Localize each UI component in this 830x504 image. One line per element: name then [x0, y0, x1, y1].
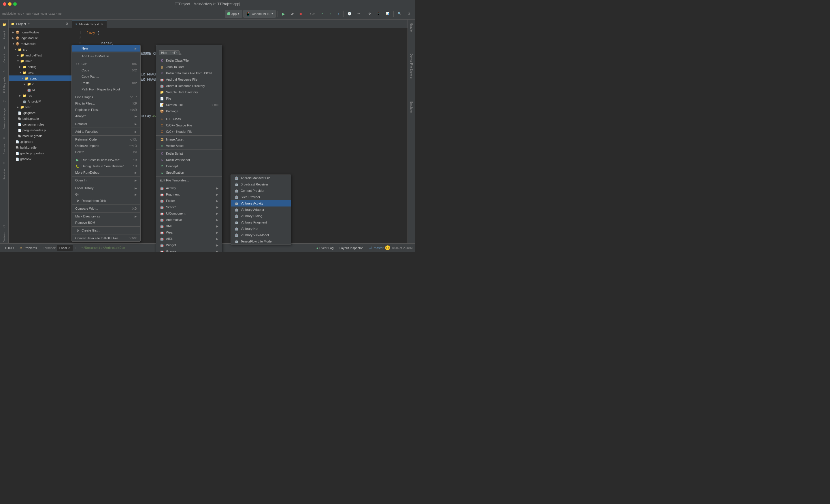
git-commit[interactable]: ✓	[319, 10, 326, 18]
ctx-git[interactable]: Git ▶	[72, 191, 140, 198]
ctx-path-from-repo[interactable]: Path From Repository Root	[72, 86, 140, 93]
ctx-sep	[72, 226, 140, 227]
vlibrary-dialog[interactable]: 🤖 VLibrary Dialog	[231, 213, 291, 219]
ctx-sep	[72, 93, 140, 93]
minimize-button[interactable]	[8, 2, 11, 6]
close-button[interactable]	[3, 2, 6, 6]
app-selector[interactable]: app ▾	[225, 10, 242, 18]
sdk-manager[interactable]: ⚙	[366, 10, 373, 18]
new-service[interactable]: 🤖 Service ▶	[156, 204, 222, 210]
new-kotlin-worksheet[interactable]: K Kotlin Worksheet	[156, 157, 222, 163]
tensorflow-lite-model[interactable]: 🤖 TensorFlow Lite Model	[231, 238, 291, 244]
new-cpp-class[interactable]: C C++ Class	[156, 116, 222, 122]
window-title: TTProject – MainActivity.kt [TTProject.a…	[175, 2, 241, 6]
ctx-run-tests[interactable]: ▶ Run 'Tests in 'com.zlzw.me'' ⌃R	[72, 157, 140, 163]
new-edit-file-templates[interactable]: Edit File Templates...	[156, 177, 222, 183]
ctx-add-cpp[interactable]: Add C++ to Module	[72, 53, 140, 59]
new-kotlin-script[interactable]: K Kotlin Script	[156, 150, 222, 157]
android-manifest-file[interactable]: 🤖 Android Manifest File	[231, 175, 291, 181]
ctx-convert-java[interactable]: Convert Java File to Kotlin File ⌥⌘K	[72, 235, 140, 241]
broadcast-receiver[interactable]: 🤖 Broadcast Receiver	[231, 181, 291, 188]
ctx-sep	[156, 135, 222, 136]
vlibrary-activity[interactable]: 🤖 VLibrary Activity	[231, 200, 291, 206]
new-specification[interactable]: ⊙ Specification	[156, 169, 222, 176]
new-cpp-header[interactable]: C C/C++ Header File	[156, 129, 222, 135]
context-menu: New ▶ Add C++ to Module ✂Cut ⌘X Copy ⌘C …	[71, 45, 141, 242]
ctx-paste[interactable]: Paste ⌘V	[72, 80, 140, 86]
history-button[interactable]: 🕐	[345, 10, 354, 18]
ctx-reformat[interactable]: Reformat Code ⌥⌘L	[72, 136, 140, 142]
vlibrary-adapter[interactable]: 🤖 VLibrary Adapter	[231, 206, 291, 213]
settings-button[interactable]: ⚙	[405, 10, 413, 18]
run-button[interactable]: ▶	[280, 10, 287, 18]
new-json-dart[interactable]: {} Json To Dart	[156, 64, 222, 70]
vlibrary-net[interactable]: 🤖 VLibrary Net	[231, 226, 291, 232]
new-package[interactable]: 📦 Package	[156, 108, 222, 114]
ctx-replace-in-files[interactable]: Replace in Files... ⇧⌘R	[72, 107, 140, 113]
new-image-asset[interactable]: 🖼 Image Asset	[156, 136, 222, 142]
ctx-find-in-files[interactable]: Find in Files... ⌘F	[72, 100, 140, 107]
device-selector[interactable]: 📱 Xiaomi Mi 10 ▾	[243, 10, 276, 18]
new-kotlin-class[interactable]: K Kotlin Class/File	[156, 57, 222, 64]
maximize-button[interactable]	[13, 2, 17, 6]
new-android-resource-file[interactable]: 🤖 Android Resource File	[156, 76, 222, 83]
new-file[interactable]: 📄 File	[156, 95, 222, 102]
ctx-delete[interactable]: Delete... ⌫	[72, 149, 140, 155]
ctx-open-in[interactable]: Open In ▶	[72, 177, 140, 183]
new-automotive[interactable]: 🤖 Automotive ▶	[156, 216, 222, 223]
new-google[interactable]: 🤖 Google ▶	[156, 248, 222, 252]
new-fragment[interactable]: 🤖 Fragment ▶	[156, 191, 222, 198]
ctx-optimize-imports[interactable]: Optimize Imports ⌃⌥O	[72, 142, 140, 149]
ctx-remove-bom[interactable]: Remove BOM	[72, 220, 140, 226]
ctx-local-history[interactable]: Local History ▶	[72, 185, 140, 191]
new-aidl[interactable]: 🤖 AIDL ▶	[156, 236, 222, 242]
ctx-more-run[interactable]: More Run/Debug ▶	[72, 169, 140, 176]
new-activity[interactable]: 🤖 Activity ▶	[156, 185, 222, 191]
git-update[interactable]: ↑	[336, 10, 342, 18]
ctx-sep	[156, 149, 222, 150]
new-android-resource-dir[interactable]: 🤖 Android Resource Directory	[156, 83, 222, 89]
content-provider[interactable]: 🤖 Content Provider	[231, 188, 291, 194]
ctx-debug-tests[interactable]: 🐛 Debug 'Tests in 'com.zlzw.me'' ⌃D	[72, 163, 140, 169]
ctx-cut[interactable]: ✂Cut ⌘X	[72, 61, 140, 67]
ctx-reload-disk[interactable]: ↻ Reload from Disk	[72, 198, 140, 204]
ctx-compare[interactable]: Compare With... ⌘D	[72, 205, 140, 212]
git-label: Git:	[308, 10, 317, 18]
ctx-refactor[interactable]: Refactor ▶	[72, 121, 140, 127]
undo-button[interactable]: ↩	[355, 10, 362, 18]
search-everywhere[interactable]: 🔍	[395, 10, 404, 18]
new-ui-component[interactable]: 🤖 UiComponent ▶	[156, 210, 222, 216]
new-kotlin-data[interactable]: K Kotlin data class File from JSON	[156, 70, 222, 76]
ctx-analyze[interactable]: Analyze ▶	[72, 113, 140, 119]
traffic-lights	[3, 2, 17, 6]
new-scratch-file[interactable]: 📝 Scratch File ⇧⌘N	[156, 102, 222, 108]
vlibrary-fragment[interactable]: 🤖 VLibrary Fragment	[231, 219, 291, 226]
ctx-copy[interactable]: Copy ⌘C	[72, 67, 140, 73]
stop-button[interactable]: ■	[297, 10, 304, 18]
new-concept[interactable]: ⊙ Concept	[156, 163, 222, 169]
ctx-find-usages[interactable]: Find Usages ⌥F7	[72, 94, 140, 100]
new-wear[interactable]: 🤖 Wear ▶	[156, 229, 222, 236]
new-vector-asset[interactable]: ◇ Vector Asset	[156, 142, 222, 149]
git-push[interactable]: ✓	[327, 10, 334, 18]
ctx-add-favorites[interactable]: Add to Favorites ▶	[72, 129, 140, 135]
vlibrary-viewmodel[interactable]: 🤖 VLibrary ViewModel	[231, 232, 291, 238]
new-xml[interactable]: 🤖 XML ▶	[156, 223, 222, 229]
new-sample-data[interactable]: 📁 Sample Data Directory	[156, 89, 222, 95]
new-cpp-source[interactable]: C C/C++ Source File	[156, 122, 222, 129]
hide-tooltip: Hide ⌃⇧F4	[159, 51, 180, 55]
ctx-create-gist[interactable]: ⊙ Create Gist...	[72, 227, 140, 234]
profiler[interactable]: 📊	[384, 10, 392, 18]
new-widget[interactable]: 🤖 Widget ▶	[156, 242, 222, 248]
profile-button[interactable]: ⟳	[288, 10, 296, 18]
ctx-sep	[72, 135, 140, 136]
slice-provider[interactable]: 🤖 Slice Provider	[231, 194, 291, 200]
ctx-sep	[72, 120, 140, 120]
ctx-mark-directory[interactable]: Mark Directory as ▶	[72, 213, 140, 220]
ctx-new[interactable]: New ▶	[72, 45, 140, 52]
new-folder[interactable]: 🤖 Folder ▶	[156, 198, 222, 204]
avd-manager[interactable]: 📱	[374, 10, 382, 18]
ctx-sep	[72, 212, 140, 212]
ctx-sep	[72, 234, 140, 234]
ctx-copy-path[interactable]: Copy Path...	[72, 73, 140, 80]
